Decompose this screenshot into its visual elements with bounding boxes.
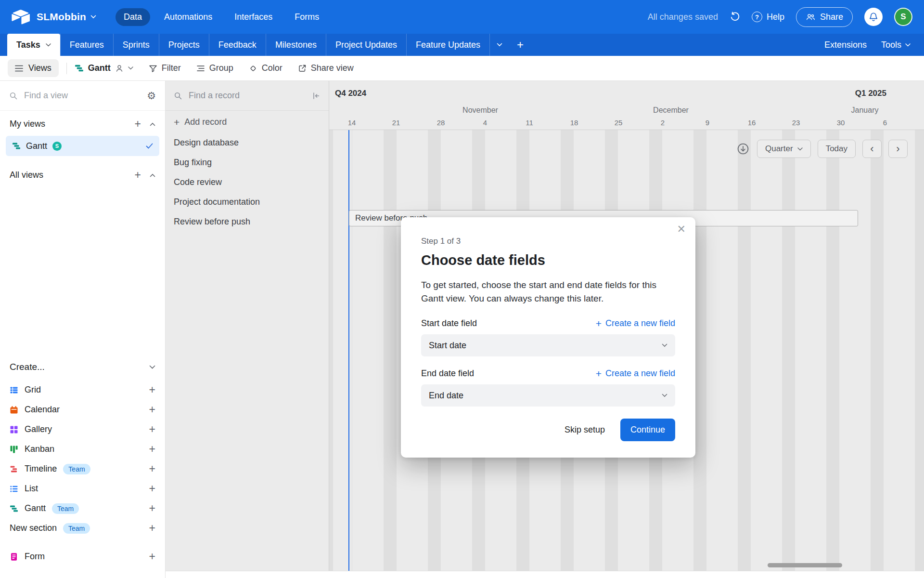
sidebar-view-gantt[interactable]: Gantt S	[6, 136, 159, 156]
add-calendar-button[interactable]: +	[149, 404, 155, 415]
color-icon	[249, 64, 257, 73]
create-header[interactable]: Create...	[10, 357, 155, 380]
plus-icon: +	[596, 368, 602, 379]
find-record-input[interactable]	[189, 91, 306, 101]
add-gallery-button[interactable]: +	[149, 424, 155, 435]
zoom-level-select[interactable]: Quarter	[757, 140, 811, 158]
nav-automations[interactable]: Automations	[156, 8, 220, 26]
topbar-right: All changes saved ? Help Share S	[648, 7, 912, 27]
tools-button[interactable]: Tools	[881, 40, 911, 50]
nav-interfaces[interactable]: Interfaces	[226, 8, 281, 26]
add-list-button[interactable]: +	[149, 483, 155, 494]
chevron-down-icon	[46, 43, 51, 47]
date-tick: 28	[437, 118, 445, 127]
tab-tasks[interactable]: Tasks	[7, 34, 60, 56]
workspace-name: SLMobbin	[37, 11, 86, 23]
hamburger-icon	[15, 65, 23, 72]
start-date-field-value: Start date	[429, 341, 466, 351]
skip-setup-button[interactable]: Skip setup	[565, 425, 605, 435]
color-button[interactable]: Color	[249, 63, 282, 73]
views-toggle-button[interactable]: Views	[8, 59, 59, 77]
continue-button[interactable]: Continue	[620, 419, 675, 441]
extensions-button[interactable]: Extensions	[824, 40, 867, 50]
today-button[interactable]: Today	[818, 140, 856, 158]
record-row[interactable]: Bug fixing	[166, 153, 329, 172]
add-record-label: Add record	[184, 117, 227, 127]
notifications-button[interactable]	[864, 8, 883, 26]
create-new-field-link[interactable]: + Create a new field	[596, 318, 675, 328]
tab-tasks-label: Tasks	[16, 40, 40, 50]
tab-feature-updates[interactable]: Feature Updates	[406, 34, 489, 56]
create-item-gantt[interactable]: Gantt Team +	[10, 499, 155, 518]
create-item-calendar[interactable]: Calendar +	[10, 400, 155, 420]
search-icon	[9, 92, 18, 100]
next-period-button[interactable]: ›	[888, 140, 908, 158]
create-item-new-section[interactable]: New section Team +	[10, 518, 155, 538]
collapse-chevron-icon[interactable]	[150, 173, 155, 177]
nav-forms[interactable]: Forms	[286, 8, 327, 26]
tab-features[interactable]: Features	[60, 34, 113, 56]
tabs-overflow-button[interactable]	[489, 34, 509, 56]
horizontal-scrollbar-thumb[interactable]	[768, 563, 842, 567]
tab-feedback[interactable]: Feedback	[209, 34, 266, 56]
create-item-gallery[interactable]: Gallery +	[10, 420, 155, 439]
group-button[interactable]: Group	[196, 63, 233, 73]
nav-data[interactable]: Data	[116, 8, 150, 26]
create-item-grid[interactable]: Grid +	[10, 380, 155, 400]
history-button[interactable]	[730, 12, 740, 22]
tab-sprints[interactable]: Sprints	[113, 34, 159, 56]
date-tick: 6	[883, 118, 887, 127]
help-button[interactable]: ? Help	[752, 12, 784, 22]
add-kanban-button[interactable]: +	[149, 444, 155, 455]
add-record-button[interactable]: + Add record	[166, 111, 329, 133]
add-timeline-button[interactable]: +	[149, 463, 155, 474]
record-row[interactable]: Code review	[166, 172, 329, 192]
share-view-button[interactable]: Share view	[298, 63, 354, 73]
add-section-button[interactable]: +	[149, 523, 155, 534]
create-new-field-link[interactable]: + Create a new field	[596, 368, 675, 379]
record-row[interactable]: Project documentation	[166, 192, 329, 212]
find-view-row: ⚙	[0, 81, 165, 111]
create-item-label: Gallery	[25, 424, 52, 434]
add-view-button[interactable]: +	[135, 170, 141, 181]
find-view-input[interactable]	[24, 91, 141, 101]
close-icon[interactable]: ✕	[677, 224, 686, 235]
prev-period-button[interactable]: ‹	[862, 140, 882, 158]
date-tick: 30	[837, 118, 845, 127]
people-icon	[806, 13, 815, 21]
grid-view-icon	[10, 386, 18, 394]
color-label: Color	[262, 63, 282, 73]
workspace-switcher[interactable]: SLMobbin	[37, 11, 96, 23]
collapse-panel-icon[interactable]	[312, 92, 321, 100]
airtable-logo-icon[interactable]	[12, 9, 30, 25]
create-section: Create... Grid + Calendar + Gallery + K	[0, 357, 165, 578]
add-grid-button[interactable]: +	[149, 384, 155, 395]
fit-view-button[interactable]	[736, 142, 750, 156]
collapse-chevron-icon[interactable]	[150, 122, 155, 126]
current-view-switcher[interactable]: Gantt	[75, 63, 133, 73]
add-table-button[interactable]: +	[509, 34, 531, 56]
filter-button[interactable]: Filter	[149, 63, 181, 73]
end-date-field-select[interactable]: End date	[421, 384, 675, 407]
create-item-timeline[interactable]: Timeline Team +	[10, 459, 155, 479]
start-date-field-label: Start date field	[421, 318, 477, 328]
date-tick: 14	[348, 118, 356, 127]
add-gantt-button[interactable]: +	[149, 503, 155, 514]
create-item-list[interactable]: List +	[10, 479, 155, 499]
avatar[interactable]: S	[894, 8, 912, 26]
add-view-button[interactable]: +	[135, 118, 141, 130]
toolbar-divider	[66, 63, 67, 74]
record-row[interactable]: Review before push	[166, 212, 329, 232]
zoom-level-value: Quarter	[765, 144, 793, 154]
tab-milestones[interactable]: Milestones	[266, 34, 326, 56]
create-item-kanban[interactable]: Kanban +	[10, 439, 155, 459]
record-row[interactable]: Design database	[166, 133, 329, 153]
tab-projects[interactable]: Projects	[159, 34, 209, 56]
tab-project-updates[interactable]: Project Updates	[326, 34, 406, 56]
start-date-field-select[interactable]: Start date	[421, 334, 675, 356]
create-item-form[interactable]: Form +	[10, 547, 155, 566]
share-button[interactable]: Share	[796, 7, 853, 27]
gear-icon[interactable]: ⚙	[147, 90, 156, 102]
add-form-button[interactable]: +	[149, 551, 155, 562]
team-badge: Team	[52, 503, 79, 514]
